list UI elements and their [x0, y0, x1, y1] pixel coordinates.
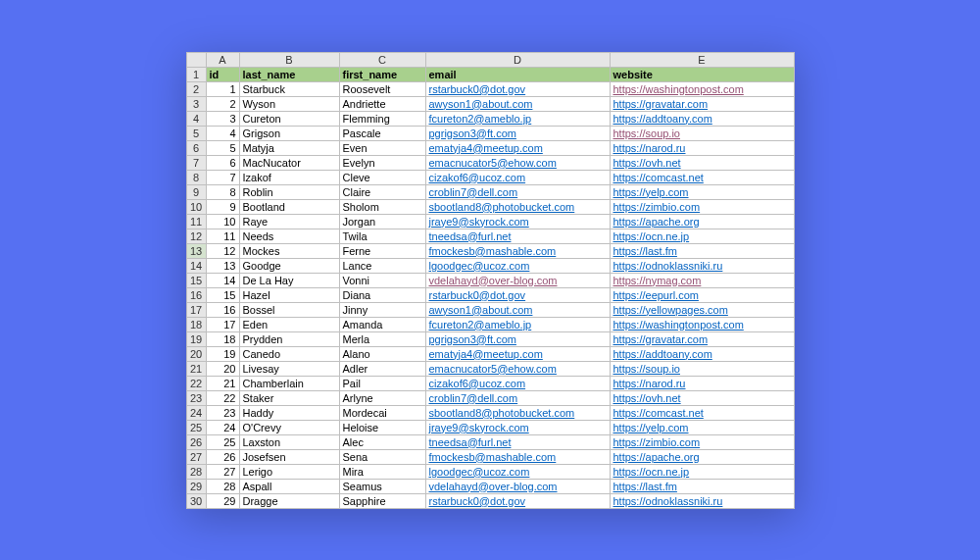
email-link[interactable]: rstarbuck0@dot.gov	[429, 83, 526, 95]
header-email[interactable]: email	[425, 67, 610, 81]
website-link[interactable]: https://comcast.net	[613, 172, 704, 183]
cell-first-name[interactable]: Jinny	[339, 302, 425, 317]
email-link[interactable]: lgoodgec@ucoz.com	[429, 466, 530, 478]
cell-first-name[interactable]: Alano	[339, 346, 425, 361]
cell-email[interactable]: lgoodgec@ucoz.com	[425, 464, 610, 479]
cell-email[interactable]: emacnucator5@ehow.com	[425, 155, 610, 170]
cell-last-name[interactable]: Staker	[239, 390, 339, 405]
header-id[interactable]: id	[206, 67, 239, 81]
cell-email[interactable]: pgrigson3@ft.com	[425, 331, 610, 346]
cell-website[interactable]: https://zimbio.com	[610, 199, 794, 214]
cell-id[interactable]: 27	[206, 464, 239, 479]
cell-first-name[interactable]: Flemming	[339, 111, 425, 126]
cell-website[interactable]: https://addtoany.com	[610, 346, 794, 361]
website-link[interactable]: https://nymag.com	[613, 275, 702, 286]
email-link[interactable]: pgrigson3@ft.com	[429, 333, 516, 345]
cell-last-name[interactable]: Canedo	[239, 346, 339, 361]
row-number[interactable]: 9	[186, 184, 206, 199]
cell-email[interactable]: ematyja4@meetup.com	[425, 346, 610, 361]
cell-first-name[interactable]: Claire	[339, 184, 425, 199]
cell-website[interactable]: https://washingtonpost.com	[610, 81, 794, 96]
cell-first-name[interactable]: Twila	[339, 229, 425, 243]
cell-email[interactable]: lgoodgec@ucoz.com	[425, 258, 610, 273]
cell-first-name[interactable]: Alec	[339, 434, 425, 449]
cell-email[interactable]: tneedsa@furl.net	[425, 229, 610, 243]
select-all-corner[interactable]	[186, 52, 206, 67]
cell-website[interactable]: https://nymag.com	[610, 273, 794, 287]
cell-website[interactable]: https://eepurl.com	[610, 287, 794, 302]
row-number[interactable]: 14	[186, 258, 206, 273]
website-link[interactable]: https://apache.org	[613, 451, 700, 463]
cell-last-name[interactable]: De La Hay	[239, 273, 339, 287]
cell-first-name[interactable]: Mordecai	[339, 405, 425, 420]
cell-last-name[interactable]: Matyja	[239, 140, 339, 155]
row-number[interactable]: 25	[186, 420, 206, 434]
cell-website[interactable]: https://yelp.com	[610, 420, 794, 434]
cell-last-name[interactable]: Goodge	[239, 258, 339, 273]
website-link[interactable]: https://addtoany.com	[613, 113, 712, 125]
website-link[interactable]: https://addtoany.com	[613, 348, 712, 360]
cell-website[interactable]: https://comcast.net	[610, 170, 794, 184]
cell-first-name[interactable]: Adler	[339, 361, 425, 376]
cell-id[interactable]: 21	[206, 376, 239, 390]
cell-website[interactable]: https://ovh.net	[610, 390, 794, 405]
website-link[interactable]: https://last.fm	[613, 481, 677, 492]
cell-email[interactable]: rstarbuck0@dot.gov	[425, 493, 610, 508]
cell-website[interactable]: https://apache.org	[610, 449, 794, 464]
website-link[interactable]: https://comcast.net	[613, 407, 704, 419]
cell-id[interactable]: 13	[206, 258, 239, 273]
cell-website[interactable]: https://odnoklassniki.ru	[610, 493, 794, 508]
website-link[interactable]: https://narod.ru	[613, 378, 686, 389]
cell-last-name[interactable]: Eden	[239, 317, 339, 331]
cell-last-name[interactable]: Grigson	[239, 126, 339, 140]
cell-website[interactable]: https://comcast.net	[610, 405, 794, 420]
header-website[interactable]: website	[610, 67, 794, 81]
row-number[interactable]: 6	[186, 140, 206, 155]
website-link[interactable]: https://ocn.ne.jp	[613, 230, 690, 242]
row-number[interactable]: 5	[186, 126, 206, 140]
cell-first-name[interactable]: Amanda	[339, 317, 425, 331]
cell-last-name[interactable]: Bossel	[239, 302, 339, 317]
row-number[interactable]: 23	[186, 390, 206, 405]
cell-first-name[interactable]: Lance	[339, 258, 425, 273]
cell-website[interactable]: https://yelp.com	[610, 184, 794, 199]
row-number[interactable]: 17	[186, 302, 206, 317]
cell-email[interactable]: vdelahayd@over-blog.com	[425, 479, 610, 493]
cell-first-name[interactable]: Merla	[339, 331, 425, 346]
cell-last-name[interactable]: Lerigo	[239, 464, 339, 479]
cell-last-name[interactable]: Cureton	[239, 111, 339, 126]
cell-id[interactable]: 16	[206, 302, 239, 317]
cell-website[interactable]: https://ocn.ne.jp	[610, 464, 794, 479]
cell-first-name[interactable]: Pail	[339, 376, 425, 390]
cell-email[interactable]: awyson1@about.com	[425, 96, 610, 111]
cell-website[interactable]: https://apache.org	[610, 214, 794, 229]
email-link[interactable]: croblin7@dell.com	[429, 186, 518, 198]
cell-last-name[interactable]: Aspall	[239, 479, 339, 493]
email-link[interactable]: croblin7@dell.com	[429, 392, 518, 404]
cell-id[interactable]: 25	[206, 434, 239, 449]
email-link[interactable]: tneedsa@furl.net	[429, 230, 512, 242]
row-number[interactable]: 8	[186, 170, 206, 184]
cell-website[interactable]: https://soup.io	[610, 361, 794, 376]
cell-last-name[interactable]: Needs	[239, 229, 339, 243]
website-link[interactable]: https://odnoklassniki.ru	[613, 495, 723, 507]
cell-first-name[interactable]: Diana	[339, 287, 425, 302]
row-number[interactable]: 24	[186, 405, 206, 420]
cell-first-name[interactable]: Even	[339, 140, 425, 155]
cell-email[interactable]: vdelahayd@over-blog.com	[425, 273, 610, 287]
cell-id[interactable]: 9	[206, 199, 239, 214]
row-number[interactable]: 4	[186, 111, 206, 126]
cell-last-name[interactable]: Dragge	[239, 493, 339, 508]
cell-last-name[interactable]: Hazel	[239, 287, 339, 302]
email-link[interactable]: cizakof6@ucoz.com	[429, 172, 526, 183]
cell-first-name[interactable]: Heloise	[339, 420, 425, 434]
cell-id[interactable]: 23	[206, 405, 239, 420]
cell-first-name[interactable]: Sapphire	[339, 493, 425, 508]
cell-website[interactable]: https://last.fm	[610, 479, 794, 493]
cell-id[interactable]: 8	[206, 184, 239, 199]
website-link[interactable]: https://soup.io	[613, 363, 681, 375]
spreadsheet-grid[interactable]: A B C D E 1idlast_namefirst_nameemailweb…	[186, 52, 795, 509]
cell-id[interactable]: 28	[206, 479, 239, 493]
row-number[interactable]: 2	[186, 81, 206, 96]
email-link[interactable]: jraye9@skyrock.com	[429, 422, 529, 433]
